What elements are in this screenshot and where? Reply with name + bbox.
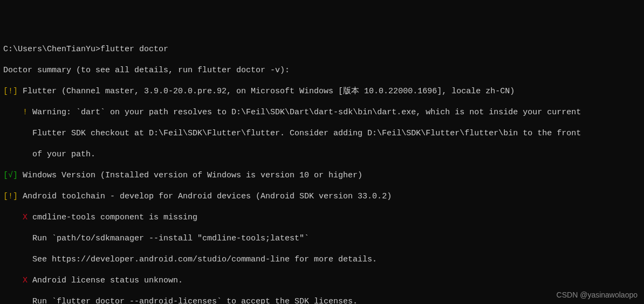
- status-warn-icon: [!]: [3, 87, 18, 96]
- android-x1-line3: See https://developer.android.com/studio…: [3, 254, 641, 265]
- windows-line: [√] Windows Version (Installed version o…: [3, 170, 641, 181]
- status-warn-icon: [!]: [3, 192, 18, 201]
- prompt: C:\Users\ChenTianYu>: [3, 45, 100, 54]
- watermark: CSDN @yasinawolaopo: [557, 290, 638, 300]
- android-x1-text: cmdline-tools component is missing: [32, 213, 197, 222]
- x-icon: X: [3, 213, 32, 222]
- android-x2-text: Android license status unknown.: [32, 276, 183, 285]
- x-icon: X: [3, 276, 32, 285]
- android-toolchain-line: [!] Android toolchain - develop for Andr…: [3, 191, 641, 202]
- android-x2-line: X Android license status unknown.: [3, 275, 641, 286]
- flutter-warn-line: ! Warning: `dart` on your path resolves …: [3, 107, 641, 118]
- command: flutter doctor: [100, 45, 168, 54]
- android-x1-line: X cmdline-tools component is missing: [3, 212, 641, 223]
- windows-text: Windows Version (Installed version of Wi…: [18, 171, 362, 180]
- prompt-line: C:\Users\ChenTianYu>flutter doctor: [3, 44, 641, 55]
- flutter-warn-cont2: of your path.: [3, 149, 641, 160]
- warn-bang-icon: !: [3, 108, 32, 117]
- android-x1-line2: Run `path/to/sdkmanager --install "cmdli…: [3, 233, 641, 244]
- android-x2-line2: Run `flutter doctor --android-licenses` …: [3, 296, 641, 304]
- flutter-line: [!] Flutter (Channel master, 3.9.0-20.0.…: [3, 86, 641, 97]
- flutter-warn-text: Warning: `dart` on your path resolves to…: [32, 108, 581, 117]
- status-ok-icon: [√]: [3, 171, 18, 180]
- flutter-warn-cont1: Flutter SDK checkout at D:\Feil\SDK\Flut…: [3, 128, 641, 139]
- android-toolchain-text: Android toolchain - develop for Android …: [18, 192, 392, 201]
- flutter-text: Flutter (Channel master, 3.9.0-20.0.pre.…: [18, 87, 515, 96]
- summary-line: Doctor summary (to see all details, run …: [3, 65, 641, 76]
